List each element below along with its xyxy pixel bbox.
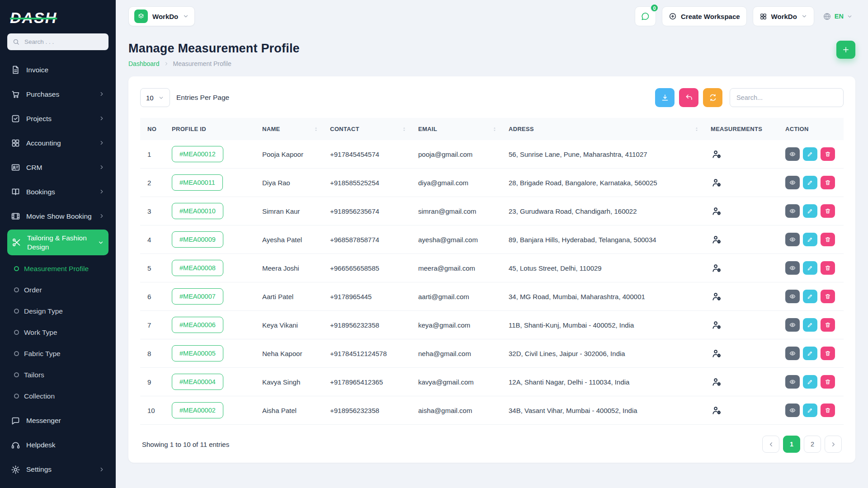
- measurements-button[interactable]: [711, 177, 723, 189]
- edit-button[interactable]: [803, 404, 817, 417]
- sidebar-item-invoice[interactable]: Invoice: [7, 57, 108, 82]
- profile-id-badge[interactable]: #MEA00009: [172, 231, 223, 248]
- view-button[interactable]: [785, 233, 800, 246]
- edit-button[interactable]: [803, 290, 817, 303]
- delete-button[interactable]: [821, 204, 835, 218]
- delete-button[interactable]: [821, 404, 835, 417]
- sidebar-subitem-collection[interactable]: Collection: [7, 385, 108, 407]
- measurements-button[interactable]: [711, 376, 723, 388]
- sidebar-subitem-order[interactable]: Order: [7, 279, 108, 300]
- sidebar-search[interactable]: [7, 33, 108, 51]
- view-button[interactable]: [785, 261, 800, 275]
- profile-id-badge[interactable]: #MEA00007: [172, 288, 223, 305]
- pagination-page-1[interactable]: 1: [783, 436, 800, 453]
- edit-button[interactable]: [803, 176, 817, 189]
- cell-email: kavya@gmail.com: [413, 368, 503, 396]
- view-button[interactable]: [785, 404, 800, 417]
- breadcrumb-dashboard[interactable]: Dashboard: [128, 60, 160, 67]
- profile-id-badge[interactable]: #MEA00011: [172, 174, 223, 191]
- cell-profile-id: #MEA00004: [166, 368, 257, 396]
- column-header-adress[interactable]: ADRESS: [503, 118, 705, 140]
- profile-id-badge[interactable]: #MEA00012: [172, 146, 223, 162]
- edit-button[interactable]: [803, 147, 817, 161]
- sidebar-item-movie-show-booking[interactable]: Movie Show Booking: [7, 204, 108, 228]
- measurements-button[interactable]: [711, 404, 723, 417]
- sidebar-subitem-tailors[interactable]: Tailors: [7, 364, 108, 385]
- measurements-button[interactable]: [711, 148, 723, 160]
- eye-icon: [789, 236, 796, 243]
- column-header-email[interactable]: EMAIL: [413, 118, 503, 140]
- bullet-icon: [14, 330, 19, 335]
- view-button[interactable]: [785, 147, 800, 161]
- measurements-button[interactable]: [711, 262, 723, 274]
- app-logo[interactable]: DASH: [7, 6, 108, 30]
- measurements-button[interactable]: [711, 205, 723, 217]
- edit-button[interactable]: [803, 318, 817, 332]
- account-menu[interactable]: WorkDo: [753, 6, 814, 26]
- sidebar-search-input[interactable]: [24, 38, 103, 46]
- view-button[interactable]: [785, 290, 800, 303]
- messages-button[interactable]: 0: [635, 6, 656, 26]
- edit-button[interactable]: [803, 233, 817, 246]
- column-header-name[interactable]: NAME: [257, 118, 325, 140]
- delete-button[interactable]: [821, 318, 835, 332]
- cell-measurements: [705, 140, 780, 169]
- create-workspace-button[interactable]: Create Workspace: [662, 6, 747, 26]
- delete-button[interactable]: [821, 147, 835, 161]
- view-button[interactable]: [785, 375, 800, 389]
- view-button[interactable]: [785, 176, 800, 189]
- delete-button[interactable]: [821, 233, 835, 246]
- sidebar-item-purchases[interactable]: Purchases: [7, 82, 108, 106]
- app-root: DASH Invoice Purchases Projects Accounti…: [0, 0, 868, 488]
- view-button[interactable]: [785, 318, 800, 332]
- sidebar-subitem-design-type[interactable]: Design Type: [7, 300, 108, 322]
- sidebar-item-bookings[interactable]: Bookings: [7, 179, 108, 204]
- sidebar-subitem-fabric-type[interactable]: Fabric Type: [7, 343, 108, 364]
- column-header-contact[interactable]: CONTACT: [325, 118, 413, 140]
- sidebar-subitem-work-type[interactable]: Work Type: [7, 322, 108, 343]
- measurements-button[interactable]: [711, 234, 723, 246]
- reset-button[interactable]: [679, 88, 698, 107]
- export-button[interactable]: [655, 88, 675, 107]
- add-profile-button[interactable]: [836, 41, 855, 59]
- profile-id-badge[interactable]: #MEA00002: [172, 402, 223, 418]
- profile-id-badge[interactable]: #MEA00006: [172, 317, 223, 333]
- delete-button[interactable]: [821, 261, 835, 275]
- sidebar-item-projects[interactable]: Projects: [7, 106, 108, 131]
- sidebar-item-helpdesk[interactable]: Helpdesk: [7, 433, 108, 457]
- delete-button[interactable]: [821, 347, 835, 360]
- measurements-button[interactable]: [711, 291, 723, 303]
- table-search-input[interactable]: [730, 88, 844, 107]
- workspace-switcher[interactable]: WorkDo: [128, 6, 195, 26]
- delete-button[interactable]: [821, 176, 835, 189]
- language-selector[interactable]: EN: [820, 12, 855, 21]
- refresh-button[interactable]: [703, 88, 722, 107]
- view-button[interactable]: [785, 347, 800, 360]
- pagination-next[interactable]: [825, 436, 842, 453]
- page-size-select[interactable]: 10: [140, 88, 170, 107]
- delete-button[interactable]: [821, 375, 835, 389]
- sidebar-item-tailoring-and-fashion-design[interactable]: Tailoring & Fashion Design: [7, 230, 108, 255]
- edit-button[interactable]: [803, 261, 817, 275]
- profile-id-badge[interactable]: #MEA00004: [172, 374, 223, 390]
- column-label: PROFILE ID: [172, 126, 206, 132]
- trash-icon: [825, 208, 831, 214]
- sidebar-subitem-measurement-profile[interactable]: Measurement Profile: [7, 258, 108, 279]
- pagination-page-2[interactable]: 2: [804, 436, 821, 453]
- edit-button[interactable]: [803, 204, 817, 218]
- chevron-down-icon: [158, 95, 164, 101]
- pagination-prev[interactable]: [762, 436, 779, 453]
- profile-id-badge[interactable]: #MEA00008: [172, 260, 223, 276]
- sidebar-item-accounting[interactable]: Accounting: [7, 131, 108, 155]
- measurements-button[interactable]: [711, 347, 723, 360]
- profile-id-badge[interactable]: #MEA00010: [172, 203, 223, 219]
- profile-id-badge[interactable]: #MEA00005: [172, 345, 223, 361]
- sidebar-item-crm[interactable]: CRM: [7, 155, 108, 179]
- edit-button[interactable]: [803, 375, 817, 389]
- measurements-button[interactable]: [711, 319, 723, 331]
- sidebar-item-settings[interactable]: Settings: [7, 457, 108, 482]
- edit-button[interactable]: [803, 347, 817, 360]
- sidebar-item-messenger[interactable]: Messenger: [7, 408, 108, 433]
- delete-button[interactable]: [821, 290, 835, 303]
- view-button[interactable]: [785, 204, 800, 218]
